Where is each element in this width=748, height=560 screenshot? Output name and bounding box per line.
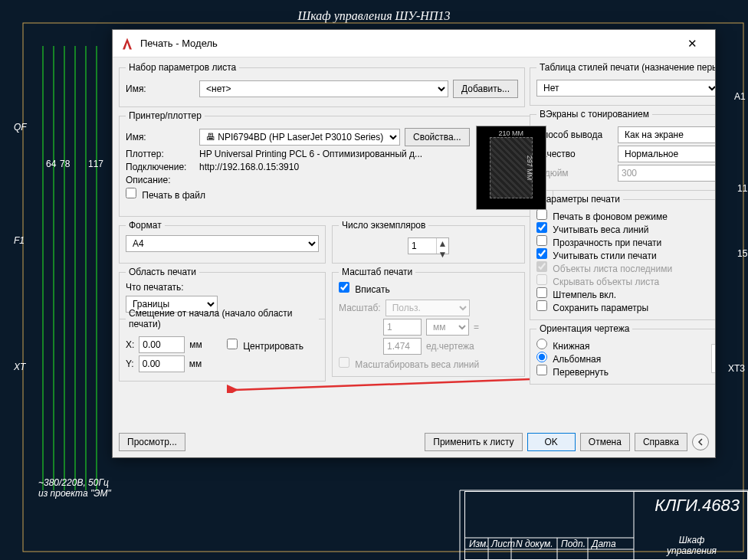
copies-spinner[interactable]: ▲▼ xyxy=(408,237,449,254)
printer-select[interactable]: 🖶 NPI6794BD (HP LaserJet P3010 Series) xyxy=(199,129,400,146)
svg-text:Изм.: Изм. xyxy=(469,539,489,549)
plot-scale-group: Масштаб печати Вписать Масштаб: Польз. м… xyxy=(332,267,525,377)
svg-text:F1: F1 xyxy=(14,235,25,246)
pageset-name-label: Имя: xyxy=(126,84,195,94)
help-button[interactable]: Справка xyxy=(635,433,687,451)
plot-to-file-check[interactable]: Печать в файл xyxy=(126,188,205,201)
dpi-input xyxy=(618,165,715,182)
expand-dialog-button[interactable] xyxy=(692,434,709,450)
scale-unit-input xyxy=(383,319,422,336)
ok-button[interactable]: OK xyxy=(527,433,576,451)
opt-lineweights-check[interactable]: Учитывать веса линий xyxy=(536,224,648,235)
svg-text:78: 78 xyxy=(60,159,71,169)
shade-quality-select[interactable]: Нормальное xyxy=(618,146,715,162)
svg-text:Лист: Лист xyxy=(490,539,515,549)
copies-group: Число экземпляров ▲▼ xyxy=(332,220,525,264)
paper-preview: 210 MM 297 MM xyxy=(476,126,546,210)
printer-group: Принтер/плоттер Имя: 🖶 NPI6794BD (HP Las… xyxy=(119,110,553,217)
opt-plotstyles-check[interactable]: Учитывать стили печати xyxy=(536,251,657,261)
dialog-title: Печать - Модель xyxy=(140,38,677,49)
svg-text:QF: QF xyxy=(14,122,27,133)
apply-to-layout-button[interactable]: Применить к листу xyxy=(425,433,522,451)
orient-upside-check[interactable]: Перевернуть xyxy=(536,367,609,378)
preview-button[interactable]: Просмотр... xyxy=(119,433,185,451)
autocad-logo-icon xyxy=(120,37,134,51)
paper-size-select[interactable]: A4 xyxy=(126,235,319,252)
plot-options-group: Параметры печати Печать в фоновом режиме… xyxy=(530,194,715,320)
printer-props-button[interactable]: Свойства... xyxy=(405,128,470,146)
svg-text:XT: XT xyxy=(13,362,27,372)
offset-y-input[interactable] xyxy=(139,355,185,372)
svg-text:64: 64 xyxy=(46,159,57,169)
titlebar: Печать - Модель ✕ xyxy=(113,30,715,57)
offset-x-input[interactable] xyxy=(139,336,185,353)
cad-titleblock: КЛГИ.4683 Шкаф управления Изм. Лист N до… xyxy=(464,491,748,560)
orient-portrait-radio[interactable]: Книжная xyxy=(536,341,590,352)
cad-drawing-title: Шкаф управления ШУ-НП13 xyxy=(298,9,451,23)
svg-text:Дата: Дата xyxy=(590,539,616,549)
svg-text:XT3: XT3 xyxy=(728,363,745,374)
opt-hide-paperspace-check: Скрывать объекты листа xyxy=(536,277,659,287)
svg-text:Подп.: Подп. xyxy=(561,539,586,549)
svg-marker-31 xyxy=(123,38,132,49)
plotstyle-select[interactable]: Нет xyxy=(536,80,715,97)
orientation-group: Ориентация чертежа Книжная Альбомная Пер… xyxy=(530,323,715,385)
center-plot-check[interactable]: Центрировать xyxy=(227,339,303,352)
close-button[interactable]: ✕ xyxy=(677,32,707,55)
paper-group: Формат A4 xyxy=(119,220,326,264)
shaded-viewport-group: ВЭкраны с тонированием Способ выводаКак … xyxy=(530,109,715,191)
scale-select: Польз. xyxy=(385,300,470,316)
opt-transparency-check[interactable]: Прозрачность при печати xyxy=(536,237,661,248)
fit-to-paper-check[interactable]: Вписать xyxy=(339,284,390,295)
offset-group: Смещение от начала (начало области печат… xyxy=(119,308,326,382)
opt-background-check[interactable]: Печать в фоновом режиме xyxy=(536,211,668,222)
cancel-button[interactable]: Отмена xyxy=(580,433,630,451)
scale-drawing-input xyxy=(383,338,422,355)
dialog-buttons: Просмотр... Применить к листу OK Отмена … xyxy=(113,427,715,457)
svg-text:117: 117 xyxy=(88,159,103,169)
scale-unit-select[interactable]: мм xyxy=(426,319,469,336)
scale-lineweights-check: Масштабировать веса линий xyxy=(339,359,479,370)
pageset-group: Набор параметров листа Имя: <нет> Добави… xyxy=(119,62,525,107)
cad-info: ~380/220В, 50Гц из проекта "ЭМ" xyxy=(38,477,111,499)
orientation-preview-icon: A xyxy=(711,344,715,373)
print-dialog: Печать - Модель ✕ Набор параметров листа… xyxy=(112,29,716,458)
pageset-name-select[interactable]: <нет> xyxy=(199,80,448,97)
opt-plot-stamp-check[interactable]: Штемпель вкл. xyxy=(536,290,616,300)
svg-text:15: 15 xyxy=(737,248,748,259)
plotstyle-group: Таблица стилей печати (назначение перьев… xyxy=(530,62,715,106)
shade-mode-select[interactable]: Как на экране xyxy=(618,126,715,143)
opt-save-changes-check[interactable]: Сохранить параметры xyxy=(536,303,648,313)
svg-text:N докум.: N докум. xyxy=(516,539,553,549)
pageset-add-button[interactable]: Добавить... xyxy=(453,80,518,98)
svg-text:A1: A1 xyxy=(734,91,746,102)
orient-landscape-radio[interactable]: Альбомная xyxy=(536,354,601,365)
svg-text:11: 11 xyxy=(737,183,748,194)
opt-paperspace-last-check: Объекты листа последними xyxy=(536,264,672,274)
